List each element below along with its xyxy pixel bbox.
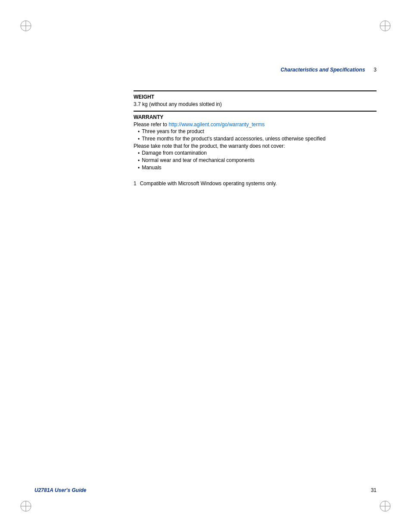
footnote-area: 1 Compatible with Microsoft Windows oper…	[134, 180, 377, 187]
warranty-section: WARRANTY Please refer to http://www.agil…	[134, 111, 377, 174]
warranty-no-cover-2: • Normal wear and tear of mechanical com…	[138, 157, 377, 164]
warranty-intro2: Please take note that for the product, t…	[134, 143, 377, 149]
content-area: WEIGHT 3.7 kg (without any modules slott…	[134, 90, 377, 187]
bullet-dot-5: •	[138, 165, 140, 171]
warranty-bullet-1: • Three years for the product	[138, 128, 377, 135]
header-title: Characteristics and Specifications	[280, 67, 365, 73]
footnote-1-number: 1	[134, 180, 137, 187]
bullet-dot-3: •	[138, 150, 140, 156]
footer-page-number: 31	[371, 487, 377, 493]
weight-label: WEIGHT	[134, 94, 377, 100]
warranty-no-cover-1-text: Damage from contamination	[142, 150, 207, 156]
header-page-number: 3	[374, 67, 377, 73]
warranty-no-cover-3: • Manuals	[138, 165, 377, 171]
corner-mark-tl	[19, 19, 32, 32]
warranty-intro-text: Please refer to	[134, 121, 168, 128]
corner-mark-bl	[19, 500, 32, 513]
page-header: Characteristics and Specifications 3	[280, 67, 377, 73]
page-footer: U2781A User's Guide 31	[34, 487, 377, 493]
footer-title: U2781A User's Guide	[34, 487, 86, 493]
warranty-bullet-2-text: Three months for the product's standard …	[142, 136, 326, 142]
corner-mark-br	[379, 500, 392, 513]
bullet-dot-2: •	[138, 136, 140, 142]
warranty-intro: Please refer to http://www.agilent.com/g…	[134, 121, 377, 128]
warranty-no-cover-1: • Damage from contamination	[138, 150, 377, 156]
warranty-no-cover-2-text: Normal wear and tear of mechanical compo…	[142, 157, 254, 163]
corner-mark-tr	[379, 19, 392, 32]
footnote-1-text: Compatible with Microsoft Windows operat…	[140, 180, 277, 187]
weight-value: 3.7 kg (without any modules slotted in)	[134, 101, 377, 107]
footnote-1: 1 Compatible with Microsoft Windows oper…	[134, 180, 377, 187]
warranty-no-cover-3-text: Manuals	[142, 165, 161, 171]
warranty-bullet-2: • Three months for the product's standar…	[138, 136, 377, 142]
page: Characteristics and Specifications 3 WEI…	[0, 0, 411, 532]
warranty-label: WARRANTY	[134, 114, 377, 120]
bullet-dot-1: •	[138, 129, 140, 135]
warranty-bullet-1-text: Three years for the product	[142, 128, 204, 134]
weight-section: WEIGHT 3.7 kg (without any modules slott…	[134, 90, 377, 111]
warranty-link[interactable]: http://www.agilent.com/go/warranty_terms	[168, 121, 265, 128]
bullet-dot-4: •	[138, 158, 140, 164]
